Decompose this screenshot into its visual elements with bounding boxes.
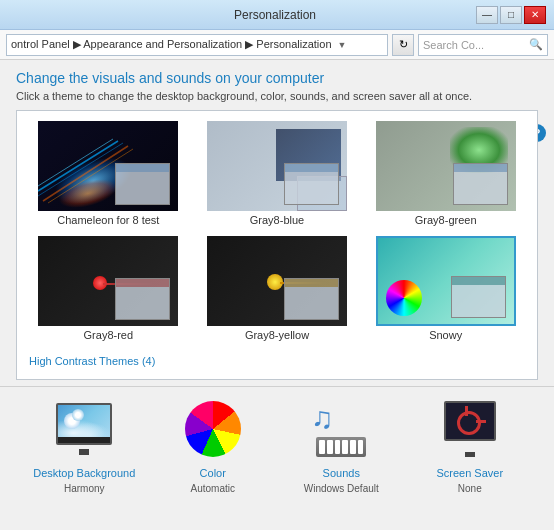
theme-label-gray8green: Gray8-green <box>415 214 477 226</box>
ss-monitor <box>444 401 496 441</box>
key-3 <box>335 440 341 454</box>
theme-gray8red[interactable]: Gray8-red <box>29 236 188 341</box>
key-6 <box>358 440 364 454</box>
ss-stand <box>465 452 475 457</box>
monitor-stand <box>79 449 89 455</box>
toolbar-sounds-label: Sounds <box>323 467 360 479</box>
page-title: Change the visuals and sounds on your co… <box>16 70 538 86</box>
maximize-button[interactable]: □ <box>500 6 522 24</box>
window-controls: — □ ✕ <box>476 6 546 24</box>
window-title: Personalization <box>74 8 476 22</box>
theme-chameleon[interactable]: Chameleon for 8 test <box>29 121 188 226</box>
preview-window-snowy <box>451 276 506 318</box>
theme-label-gray8yellow: Gray8-yellow <box>245 329 309 341</box>
sounds-icon: ♫ <box>311 401 371 457</box>
bottom-toolbar: Desktop Background Harmony Color Automat… <box>0 386 554 501</box>
key-4 <box>342 440 348 454</box>
theme-thumbnail-snowy <box>376 236 516 326</box>
toolbar-color-sublabel: Automatic <box>191 483 235 494</box>
search-icon[interactable]: 🔍 <box>529 38 543 51</box>
toolbar-screen-saver-label: Screen Saver <box>436 467 503 479</box>
toolbar-desktop-background[interactable]: Desktop Background Harmony <box>29 395 139 494</box>
key-1 <box>319 440 325 454</box>
desktop-background-icon-wrapper <box>50 395 118 463</box>
search-box[interactable]: Search Co... 🔍 <box>418 34 548 56</box>
search-placeholder: Search Co... <box>423 39 484 51</box>
desktop-background-icon <box>52 403 116 455</box>
toolbar-sounds[interactable]: ♫ Sounds Windows Default <box>286 395 396 494</box>
preview-window <box>115 163 170 205</box>
theme-gray8yellow[interactable]: Gray8-yellow <box>198 236 357 341</box>
key-2 <box>327 440 333 454</box>
monitor-screen <box>58 405 110 437</box>
breadcrumb-text: ontrol Panel ▶ Appearance and Personaliz… <box>11 38 332 51</box>
page-subtitle: Click a theme to change the desktop back… <box>16 90 538 102</box>
keyboard-icon <box>316 437 366 457</box>
screen-saver-icon <box>440 401 500 457</box>
screen-saver-icon-wrapper <box>436 395 504 463</box>
toolbar-screen-saver[interactable]: Screen Saver None <box>415 395 525 494</box>
toolbar-screen-saver-sublabel: None <box>458 483 482 494</box>
no-sign-circle <box>457 411 481 435</box>
svg-line-1 <box>38 143 123 196</box>
theme-gray8green[interactable]: Gray8-green <box>366 121 525 226</box>
preview-window-gray8green <box>453 163 508 205</box>
monitor-frame <box>56 403 112 445</box>
theme-gray8blue[interactable]: Gray8-blue <box>198 121 357 226</box>
refresh-button[interactable]: ↻ <box>392 34 414 56</box>
preview-window-gray8red <box>115 278 170 320</box>
preview-window-gray8yellow <box>284 278 339 320</box>
music-notes-icon: ♫ <box>311 401 334 435</box>
dropdown-icon[interactable]: ▼ <box>338 40 347 50</box>
theme-thumbnail-chameleon <box>38 121 178 211</box>
themes-grid: Chameleon for 8 test Gray8-blue <box>17 111 537 351</box>
toolbar-sounds-sublabel: Windows Default <box>304 483 379 494</box>
toolbar-desktop-bg-label: Desktop Background <box>33 467 135 479</box>
theme-snowy[interactable]: Snowy <box>366 236 525 341</box>
theme-label-gray8red: Gray8-red <box>84 329 134 341</box>
themes-container: Chameleon for 8 test Gray8-blue <box>16 110 538 380</box>
no-sign-line2 <box>476 420 486 423</box>
main-content: Change the visuals and sounds on your co… <box>0 60 554 386</box>
toolbar-color[interactable]: Color Automatic <box>158 395 268 494</box>
key-5 <box>350 440 356 454</box>
ss-screen <box>446 403 494 439</box>
sounds-icon-wrapper: ♫ <box>307 395 375 463</box>
minimize-button[interactable]: — <box>476 6 498 24</box>
title-bar: Personalization — □ ✕ <box>0 0 554 30</box>
theme-thumbnail-gray8yellow <box>207 236 347 326</box>
high-contrast-link[interactable]: High Contrast Themes (4) <box>17 351 167 371</box>
color-icon <box>185 401 241 457</box>
toolbar-desktop-bg-sublabel: Harmony <box>64 483 105 494</box>
theme-thumbnail-gray8red <box>38 236 178 326</box>
keyboard-keys <box>316 437 366 457</box>
theme-label-gray8blue: Gray8-blue <box>250 214 304 226</box>
theme-label-chameleon: Chameleon for 8 test <box>57 214 159 226</box>
breadcrumb[interactable]: ontrol Panel ▶ Appearance and Personaliz… <box>6 34 388 56</box>
address-bar: ontrol Panel ▶ Appearance and Personaliz… <box>0 30 554 60</box>
no-sign-line1 <box>465 406 468 416</box>
theme-thumbnail-gray8blue <box>207 121 347 211</box>
toolbar-color-label: Color <box>200 467 226 479</box>
preview-window-gray8blue <box>284 163 339 205</box>
theme-label-snowy: Snowy <box>429 329 462 341</box>
theme-thumbnail-gray8green <box>376 121 516 211</box>
color-icon-wrapper <box>179 395 247 463</box>
close-button[interactable]: ✕ <box>524 6 546 24</box>
